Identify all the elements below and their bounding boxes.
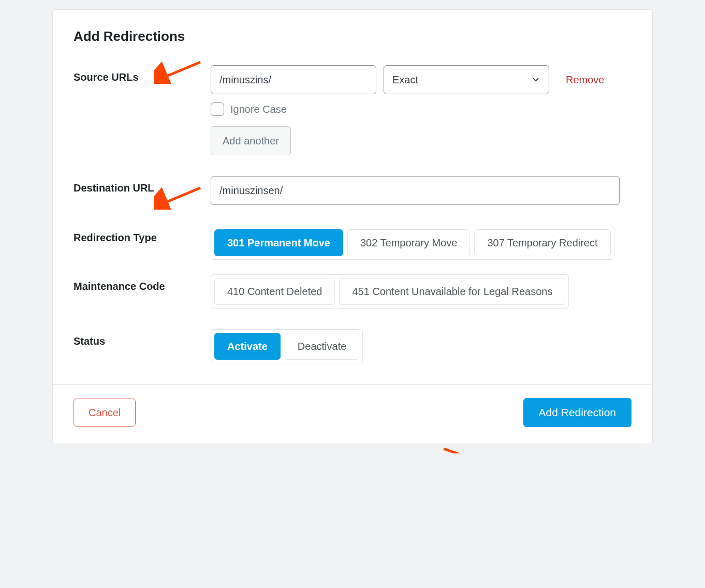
destination-url-input[interactable] <box>211 176 620 205</box>
status-label: Status <box>74 329 211 347</box>
add-redirection-panel: Add Redirections Source URLs Exact Remov… <box>52 9 653 444</box>
redirection-type-segmented: 301 Permanent Move 302 Temporary Move 30… <box>211 226 614 260</box>
maintenance-code-field: 410 Content Deleted 451 Content Unavaila… <box>211 274 631 308</box>
redirection-type-field: 301 Permanent Move 302 Temporary Move 30… <box>211 226 631 260</box>
maintenance-code-label: Maintenance Code <box>74 274 211 292</box>
add-another-source-button[interactable]: Add another <box>211 126 291 155</box>
svg-line-2 <box>444 449 510 453</box>
cancel-button[interactable]: Cancel <box>74 399 136 427</box>
status-option-deactivate[interactable]: Deactivate <box>285 333 360 360</box>
status-row: Status Activate Deactivate <box>74 329 631 363</box>
status-option-activate[interactable]: Activate <box>214 333 281 360</box>
ignore-case-label: Ignore Case <box>230 104 287 115</box>
redirection-type-option-302[interactable]: 302 Temporary Move <box>347 229 471 256</box>
redirection-type-label: Redirection Type <box>74 226 211 244</box>
annotation-arrow-icon <box>438 445 521 453</box>
redirection-type-row: Redirection Type 301 Permanent Move 302 … <box>74 226 631 260</box>
match-type-value: Exact <box>392 74 418 86</box>
ignore-case-row: Ignore Case <box>211 102 631 116</box>
ignore-case-checkbox[interactable] <box>211 102 224 116</box>
source-urls-label: Source URLs <box>74 65 211 83</box>
destination-url-label: Destination URL <box>74 176 211 194</box>
maintenance-code-option-410[interactable]: 410 Content Deleted <box>214 278 335 305</box>
destination-url-row: Destination URL <box>74 176 631 205</box>
redirection-type-option-307[interactable]: 307 Temporary Redirect <box>474 229 610 256</box>
maintenance-code-row: Maintenance Code 410 Content Deleted 451… <box>74 274 631 308</box>
panel-body: Add Redirections Source URLs Exact Remov… <box>53 10 652 384</box>
panel-footer: Cancel Add Redirection <box>53 384 652 444</box>
match-type-select[interactable]: Exact <box>384 65 549 94</box>
maintenance-code-segmented: 410 Content Deleted 451 Content Unavaila… <box>211 274 569 308</box>
destination-url-field <box>211 176 631 205</box>
maintenance-code-option-451[interactable]: 451 Content Unavailable for Legal Reason… <box>339 278 565 305</box>
status-segmented: Activate Deactivate <box>211 329 363 363</box>
redirection-type-option-301[interactable]: 301 Permanent Move <box>214 229 343 256</box>
panel-title: Add Redirections <box>74 28 631 45</box>
add-redirection-button[interactable]: Add Redirection <box>523 398 631 427</box>
source-url-input[interactable] <box>211 65 376 94</box>
source-urls-fields: Exact Remove Ignore Case Add another <box>211 65 631 155</box>
remove-source-link[interactable]: Remove <box>566 74 604 86</box>
status-field: Activate Deactivate <box>211 329 631 363</box>
source-urls-row: Source URLs Exact Remove Ignore Case <box>74 65 631 155</box>
source-url-entry: Exact Remove <box>211 65 631 94</box>
chevron-down-icon <box>531 75 540 84</box>
